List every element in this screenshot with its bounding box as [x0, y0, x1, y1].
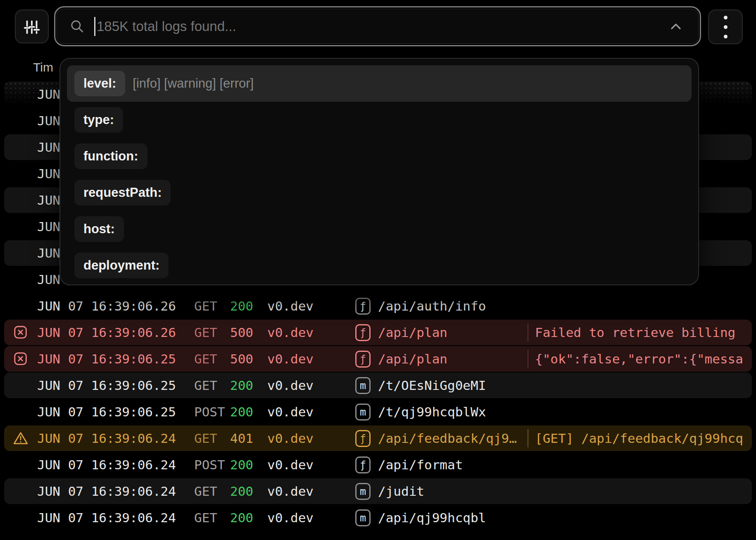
log-row[interactable]: JUN 07 16:39:06.24 GET 200 v0.dev m /jud…: [0, 478, 756, 504]
search-icon: [69, 19, 85, 34]
suggestion-item[interactable]: host:: [67, 211, 692, 247]
message-divider: [528, 350, 528, 368]
log-message: [GET] /api/feedback/qj99hcq: [535, 431, 743, 446]
square-x-icon: [13, 351, 29, 367]
log-host: v0.dev: [267, 351, 355, 366]
suggestion-item[interactable]: level: [info] [warning] [error]: [67, 65, 692, 102]
suggestion-key-chip: requestPath:: [74, 180, 171, 205]
log-row[interactable]: JUN 07 16:39:06.25 GET 500 v0.dev ƒ /api…: [0, 346, 756, 372]
log-path: /api/format: [378, 457, 528, 472]
suggestion-item[interactable]: function:: [67, 138, 692, 174]
log-host: v0.dev: [267, 325, 355, 340]
log-status: 200: [230, 299, 267, 313]
log-host: v0.dev: [267, 299, 355, 313]
log-row[interactable]: JUN 07 16:39:06.26 GET 200 v0.dev ƒ /api…: [0, 293, 756, 319]
suggestion-key-chip: function:: [74, 143, 147, 169]
log-method: GET: [194, 484, 230, 499]
runtime-badge: ƒ: [355, 324, 378, 341]
search-input[interactable]: 185K total logs found...: [57, 9, 699, 44]
log-time: JUN 07 16:39:06.25: [37, 351, 194, 366]
log-path: /api/feedback/qj9…: [378, 431, 528, 446]
log-message: Failed to retrieve billing: [535, 325, 735, 340]
log-path: /api/plan: [378, 325, 528, 340]
more-options-button[interactable]: [708, 10, 743, 44]
log-method: GET: [194, 325, 230, 340]
suggestion-label: level:: [83, 76, 116, 91]
log-time: JUN 07 16:39:06.24: [37, 431, 194, 446]
log-status: 401: [230, 431, 267, 446]
log-path: /api/auth/info: [378, 299, 528, 313]
text-cursor: [94, 17, 95, 36]
chevron-up-icon[interactable]: [668, 20, 684, 33]
runtime-badge: ƒ: [355, 351, 378, 368]
log-row[interactable]: JUN 07 16:39:06.25 GET 200 v0.dev m /t/O…: [0, 372, 756, 399]
top-toolbar: 185K total logs found...: [0, 0, 756, 53]
log-method: POST: [194, 457, 230, 472]
suggestion-key-chip: level:: [74, 71, 125, 96]
log-time: JUN 07 16:39:06.24: [37, 457, 194, 472]
log-method: GET: [194, 378, 230, 393]
search-placeholder: 185K total logs found...: [97, 19, 236, 34]
log-time: JUN 07 16:39:06.25: [37, 378, 194, 393]
suggestion-item[interactable]: requestPath:: [67, 174, 692, 211]
runtime-badge: m: [355, 483, 378, 500]
message-divider: [528, 323, 528, 342]
log-host: v0.dev: [267, 431, 355, 446]
suggestion-label: host:: [83, 222, 115, 237]
suggestion-key-chip: host:: [74, 216, 124, 242]
log-row[interactable]: JUN 07 16:39:06.24 POST 200 v0.dev ƒ /ap…: [0, 452, 756, 478]
suggestion-key-chip: deployment:: [74, 253, 169, 278]
suggestion-item[interactable]: deployment:: [67, 247, 692, 284]
time-column-header-label: Tim: [33, 60, 53, 74]
suggestion-label: requestPath:: [83, 185, 162, 200]
runtime-badge: ƒ: [355, 298, 378, 315]
log-host: v0.dev: [267, 404, 355, 419]
level-icon: [12, 430, 29, 447]
log-host: v0.dev: [267, 510, 355, 525]
log-status: 200: [230, 510, 267, 525]
log-path: /t/OEsNiGg0eMI: [378, 378, 528, 393]
runtime-badge: m: [355, 377, 378, 394]
log-row[interactable]: JUN 07 16:39:06.25 POST 200 v0.dev m /t/…: [0, 399, 756, 425]
suggestion-label: type:: [83, 112, 114, 127]
runtime-badge: m: [355, 404, 378, 421]
log-time: JUN 07 16:39:06.25: [37, 404, 194, 419]
level-icon: [12, 351, 29, 367]
runtime-badge: m: [355, 509, 378, 526]
filter-toggle-button[interactable]: [15, 10, 49, 43]
log-path: /judit: [378, 484, 528, 499]
log-method: GET: [194, 351, 230, 366]
log-method: POST: [194, 404, 230, 419]
triangle-alert-icon: [12, 430, 29, 446]
log-row[interactable]: JUN 07 16:39:06.24 GET 401 v0.dev ƒ /api…: [0, 425, 756, 452]
log-status: 500: [230, 351, 267, 366]
level-icon: [12, 324, 29, 341]
log-method: GET: [194, 299, 230, 313]
suggestion-key-chip: type:: [74, 107, 123, 133]
suggestion-label: deployment:: [83, 258, 159, 273]
suggestion-item[interactable]: type:: [67, 102, 692, 138]
log-path: /t/qj99hcqblWx: [378, 404, 528, 419]
log-path: /api/plan: [378, 351, 528, 366]
log-time: JUN 07 16:39:06.26: [37, 299, 194, 313]
search-input-focus-ring: 185K total logs found...: [54, 6, 701, 46]
square-x-icon: [13, 325, 29, 340]
filter-suggestions-panel: level: [info] [warning] [error] type: fu…: [59, 58, 699, 285]
log-time: JUN 07 16:39:06.24: [37, 484, 194, 499]
runtime-badge: ƒ: [355, 456, 378, 473]
log-row[interactable]: JUN 07 16:39:06.24 GET 200 v0.dev m /api…: [0, 504, 756, 531]
log-host: v0.dev: [267, 457, 355, 472]
log-time: JUN 07 16:39:06.24: [37, 510, 194, 525]
time-column-header: Tim: [0, 54, 53, 81]
log-status: 200: [230, 484, 267, 499]
kebab-icon: [724, 16, 727, 38]
log-path: /api/qj99hcqbl: [378, 510, 528, 525]
sliders-icon: [22, 17, 41, 36]
log-host: v0.dev: [267, 378, 355, 393]
message-divider: [528, 429, 528, 447]
log-method: GET: [194, 510, 230, 525]
suggestion-label: function:: [83, 149, 138, 164]
log-row[interactable]: JUN 07 16:39:06.26 GET 500 v0.dev ƒ /api…: [0, 319, 756, 346]
runtime-badge: ƒ: [355, 430, 378, 447]
logs-screen: Tim JUN JUN JUN JUN: [0, 0, 756, 540]
